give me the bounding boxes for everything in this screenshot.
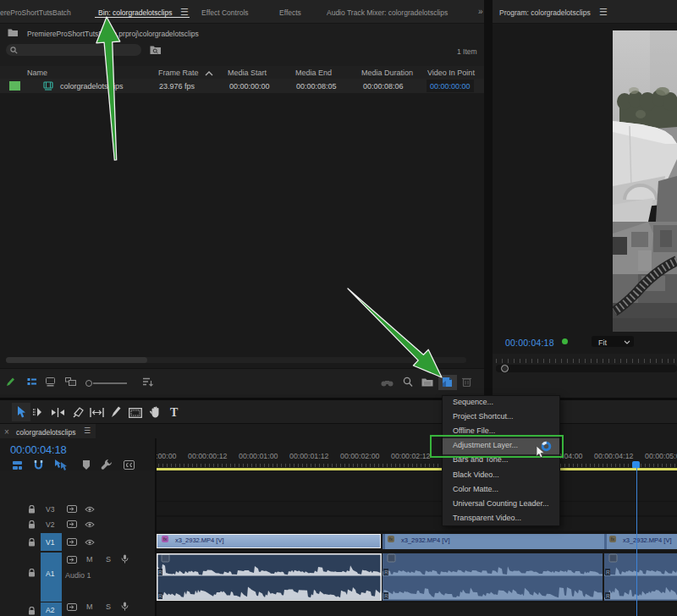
svg-text:R: R xyxy=(384,569,388,575)
svg-text:R: R xyxy=(606,569,610,575)
svg-text:R: R xyxy=(384,593,388,599)
svg-text:R: R xyxy=(158,569,162,575)
svg-text:R: R xyxy=(606,593,610,599)
svg-text:R: R xyxy=(158,593,162,599)
